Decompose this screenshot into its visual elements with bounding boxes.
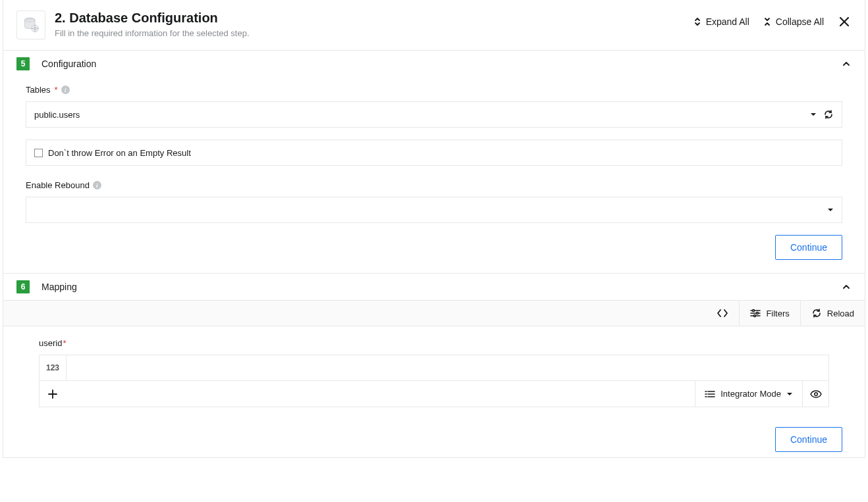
section-title: Mapping: [41, 282, 841, 292]
code-toggle-button[interactable]: [706, 301, 739, 326]
add-button[interactable]: [40, 381, 66, 407]
collapse-all-button[interactable]: Collapse All: [763, 16, 824, 27]
section-mapping-header[interactable]: 6 Mapping: [3, 274, 865, 300]
close-icon: [838, 16, 850, 28]
mapping-toolbar: Filters Reload: [3, 300, 865, 326]
tables-select[interactable]: public.users: [26, 101, 842, 128]
chevron-up-icon: [841, 59, 852, 69]
caret-down-icon: [827, 207, 834, 213]
continue-button[interactable]: Continue: [775, 235, 842, 260]
reload-label: Reload: [827, 309, 854, 318]
caret-down-icon: [810, 111, 817, 118]
filters-button[interactable]: Filters: [739, 301, 800, 326]
filters-label: Filters: [766, 309, 789, 318]
field-type-badge: 123: [40, 355, 67, 380]
svg-point-11: [757, 313, 759, 314]
section-number-badge: 5: [16, 57, 30, 70]
collapse-all-label: Collapse All: [776, 16, 824, 27]
required-asterisk: *: [55, 85, 58, 95]
section-mapping: 6 Mapping Filters: [3, 274, 865, 457]
list-icon: [705, 390, 715, 398]
svg-point-13: [754, 315, 756, 317]
info-icon[interactable]: i: [61, 86, 70, 94]
database-icon: [22, 16, 40, 34]
section-configuration: 5 Configuration Tables* i public.users: [3, 51, 865, 274]
continue-button[interactable]: Continue: [775, 427, 842, 452]
svg-point-20: [814, 392, 817, 395]
plus-icon: [48, 389, 57, 399]
caret-down-icon: [786, 391, 793, 397]
expand-all-label: Expand All: [706, 16, 749, 27]
checkbox-label: Don`t throw Error on an Empty Result: [48, 148, 191, 158]
rebound-label: Enable Rebound i: [26, 180, 842, 190]
eye-icon: [810, 390, 822, 398]
info-icon[interactable]: i: [93, 181, 101, 189]
userid-label: userid*: [39, 338, 829, 348]
tables-label: Tables* i: [26, 85, 842, 95]
section-configuration-header[interactable]: 5 Configuration: [3, 51, 865, 77]
reload-button[interactable]: Reload: [800, 301, 865, 326]
svg-point-9: [753, 310, 755, 312]
step-icon: [16, 11, 45, 39]
tables-select-value: public.users: [34, 110, 810, 120]
refresh-icon[interactable]: [823, 109, 834, 120]
checkbox[interactable]: [34, 149, 43, 157]
expand-all-icon: [693, 17, 702, 26]
expand-all-button[interactable]: Expand All: [693, 16, 749, 27]
chevron-up-icon: [841, 282, 852, 292]
preview-button[interactable]: [802, 381, 828, 407]
section-number-badge: 6: [16, 280, 30, 293]
mode-label: Integrator Mode: [720, 389, 781, 399]
code-icon: [717, 309, 728, 318]
userid-input[interactable]: [67, 355, 828, 380]
mode-select[interactable]: Integrator Mode: [695, 381, 802, 407]
dont-throw-error-checkbox-row[interactable]: Don`t throw Error on an Empty Result: [26, 139, 842, 166]
page-title: 2. Database Configuration: [55, 11, 693, 26]
required-asterisk: *: [63, 338, 66, 348]
userid-input-row: 123: [39, 355, 829, 381]
close-button[interactable]: [837, 14, 852, 29]
page-subtitle: Fill in the required information for the…: [55, 28, 693, 38]
rebound-select[interactable]: [26, 197, 842, 223]
filters-icon: [750, 309, 761, 318]
input-footer: Integrator Mode: [39, 381, 829, 407]
refresh-icon: [811, 308, 822, 318]
section-title: Configuration: [41, 59, 841, 69]
collapse-all-icon: [763, 17, 772, 26]
step-header: 2. Database Configuration Fill in the re…: [3, 0, 865, 51]
